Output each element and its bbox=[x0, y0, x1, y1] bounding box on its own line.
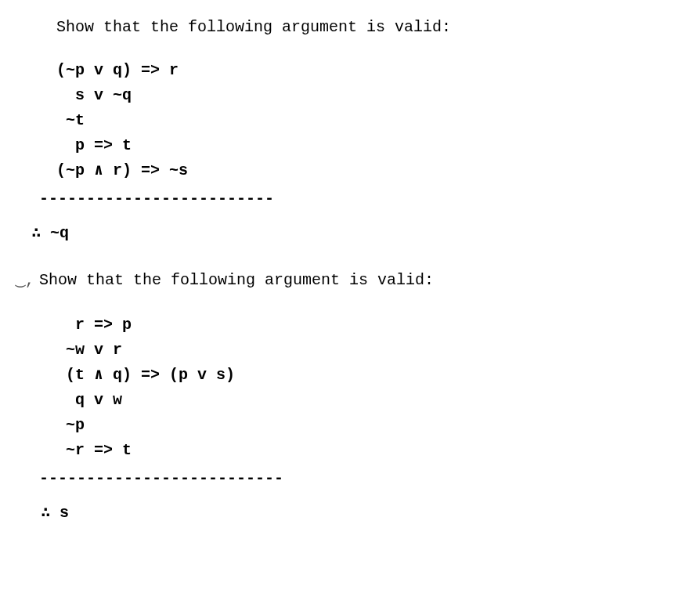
premise-line: s v ~q bbox=[47, 84, 684, 107]
premise-line: p => t bbox=[47, 134, 684, 157]
problem-2-premises: r => p ~w v r (t ∧ q) => (p v s) q v w ~… bbox=[47, 313, 684, 462]
problem-1-premises: (~p v q) => r s v ~q ~t p => t (~p ∧ r) … bbox=[47, 59, 684, 183]
premise-line: (~p ∧ r) => ~s bbox=[47, 159, 684, 183]
problem-1: Show that the following argument is vali… bbox=[16, 16, 684, 245]
premise-line: (t ∧ q) => (p v s) bbox=[47, 363, 684, 387]
problem-2-marker: ‿, bbox=[16, 269, 39, 312]
premise-line: ~w v r bbox=[47, 338, 684, 362]
problem-2-prompt: Show that the following argument is vali… bbox=[39, 269, 434, 292]
premise-line: ~t bbox=[47, 109, 684, 132]
premise-line: ~p bbox=[47, 414, 684, 437]
premise-line: q v w bbox=[47, 389, 684, 412]
problem-1-divider: ------------------------- bbox=[39, 187, 684, 211]
problem-1-prompt: Show that the following argument is vali… bbox=[56, 16, 684, 39]
problem-2-conclusion: ∴ s bbox=[31, 501, 684, 525]
premise-line: ~r => t bbox=[47, 439, 684, 462]
premise-line: r => p bbox=[47, 313, 684, 337]
problem-2: ‿, Show that the following argument is v… bbox=[16, 269, 684, 525]
problem-1-conclusion: ∴ ~q bbox=[31, 222, 684, 245]
premise-line: (~p v q) => r bbox=[47, 59, 684, 82]
problem-2-divider: -------------------------- bbox=[39, 467, 684, 490]
